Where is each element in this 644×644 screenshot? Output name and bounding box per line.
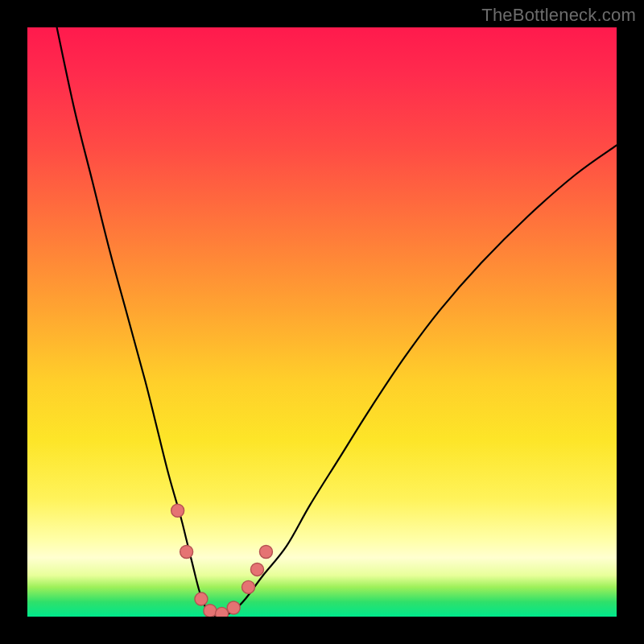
curve-marker — [216, 607, 229, 617]
outer-frame: TheBottleneck.com — [0, 0, 644, 644]
curve-marker — [259, 545, 272, 558]
bottleneck-curve — [57, 27, 617, 617]
curve-marker — [227, 601, 240, 614]
curve-marker — [171, 504, 184, 517]
curve-overlay — [27, 27, 617, 617]
curve-markers — [171, 504, 273, 617]
curve-marker — [250, 563, 263, 576]
watermark-text: TheBottleneck.com — [481, 5, 636, 26]
curve-marker — [242, 580, 255, 593]
curve-marker — [195, 592, 208, 605]
plot-area — [27, 27, 617, 617]
curve-marker — [180, 545, 193, 558]
curve-marker — [204, 605, 217, 617]
